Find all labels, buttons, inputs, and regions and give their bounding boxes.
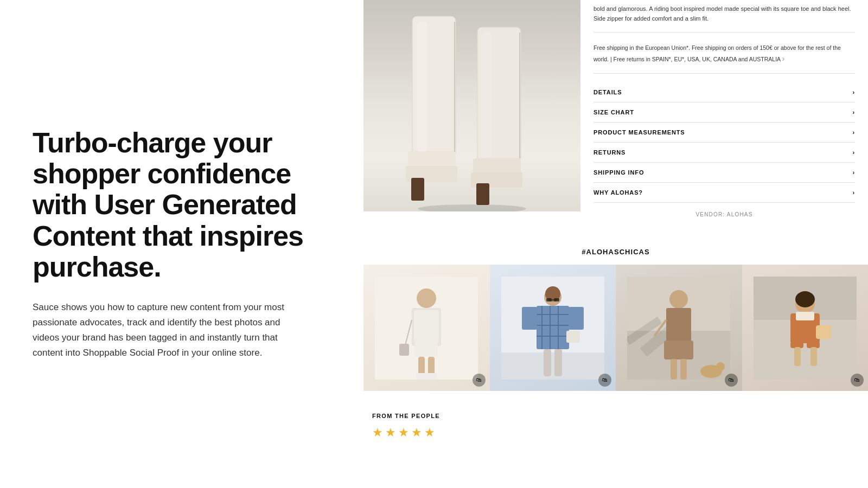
reviews-section: FROM THE PEOPLE ★★★★★	[363, 391, 868, 440]
stars-row: ★★★★★	[372, 426, 868, 440]
star-1: ★	[372, 426, 383, 440]
svg-rect-24	[399, 344, 409, 356]
from-the-people-label: FROM THE PEOPLE	[372, 413, 868, 419]
svg-point-69	[795, 291, 815, 307]
headline: Turbo-charge your shopper confidence wit…	[33, 127, 331, 282]
product-section: bold and glamorous. A riding boot inspir…	[363, 0, 868, 239]
accordion-arrow-3: ›	[852, 149, 855, 156]
svg-rect-38	[569, 307, 584, 330]
ugc-photo-4[interactable]	[742, 265, 869, 391]
accordion-arrow-5: ›	[852, 189, 855, 196]
ugc-shop-icon-3[interactable]	[725, 374, 738, 387]
accordion-item-1[interactable]: SIZE CHART ›	[593, 102, 855, 123]
shipping-info: Free shipping in the European Union*. Fr…	[593, 43, 855, 74]
ugc-grid	[363, 265, 868, 391]
accordion-item-5[interactable]: WHY ALOHAS? ›	[593, 183, 855, 203]
svg-rect-9	[476, 183, 489, 205]
product-details-col: bold and glamorous. A riding boot inspir…	[580, 0, 868, 239]
accordion-label-4: SHIPPING INFO	[593, 169, 644, 176]
svg-point-12	[418, 204, 526, 211]
ugc-photo-2[interactable]	[490, 265, 616, 391]
ugc-shop-icon-4[interactable]	[851, 374, 864, 387]
ugc-photo-1[interactable]	[363, 265, 490, 391]
accordion-label-1: SIZE CHART	[593, 109, 634, 115]
product-image	[363, 0, 580, 211]
body-text: Sauce shows you how to capture new conte…	[33, 300, 304, 361]
ugc-section: #ALOHASCHICAS	[363, 239, 868, 391]
svg-rect-65	[794, 347, 801, 366]
accordion-arrow-2: ›	[852, 129, 855, 136]
svg-rect-54	[680, 359, 687, 380]
star-3: ★	[398, 426, 409, 440]
accordion-item-4[interactable]: SHIPPING INFO ›	[593, 163, 855, 183]
svg-point-56	[716, 362, 725, 371]
star-2: ★	[385, 426, 396, 440]
accordion-item-2[interactable]: PRODUCT MEASUREMENTS ›	[593, 123, 855, 143]
svg-point-50	[669, 290, 688, 309]
svg-rect-37	[522, 307, 537, 330]
accordion-arrow-0: ›	[852, 89, 855, 95]
shipping-arrow: ›	[782, 54, 784, 63]
accordion-arrow-1: ›	[852, 109, 855, 115]
svg-rect-41	[546, 298, 552, 301]
svg-rect-70	[796, 312, 814, 320]
ugc-hashtag: #ALOHASCHICAS	[363, 248, 868, 256]
accordion-label-0: DETAILS	[593, 89, 622, 95]
accordion-arrow-4: ›	[852, 169, 855, 176]
ugc-shop-icon-1[interactable]	[473, 374, 486, 387]
svg-rect-52	[664, 341, 693, 359]
svg-rect-22	[426, 373, 437, 380]
svg-rect-39	[544, 349, 551, 376]
product-image-col	[363, 0, 580, 239]
svg-rect-5	[417, 22, 427, 152]
svg-rect-67	[810, 347, 817, 366]
svg-rect-42	[554, 298, 559, 301]
svg-rect-51	[666, 308, 691, 343]
accordion-container: DETAILS › SIZE CHART › PRODUCT MEASUREME…	[593, 82, 855, 203]
vendor-line: VENDOR: ALOHAS	[593, 203, 855, 226]
ugc-photo-3[interactable]	[616, 265, 742, 391]
svg-rect-44	[566, 331, 580, 343]
svg-rect-21	[416, 373, 427, 380]
svg-rect-3	[411, 178, 424, 201]
svg-rect-68	[816, 325, 831, 339]
star-5: ★	[424, 426, 435, 440]
product-description: bold and glamorous. A riding boot inspir…	[593, 4, 855, 33]
star-4: ★	[411, 426, 422, 440]
svg-rect-40	[554, 349, 562, 376]
svg-rect-17	[414, 310, 439, 343]
accordion-item-0[interactable]: DETAILS ›	[593, 82, 855, 102]
left-panel: Turbo-charge your shopper confidence wit…	[0, 0, 363, 488]
accordion-label-3: RETURNS	[593, 149, 626, 156]
svg-point-15	[417, 288, 436, 308]
accordion-label-5: WHY ALOHAS?	[593, 189, 643, 196]
svg-rect-11	[482, 33, 492, 157]
accordion-label-2: PRODUCT MEASUREMENTS	[593, 129, 685, 136]
accordion-item-3[interactable]: RETURNS ›	[593, 143, 855, 163]
ugc-shop-icon-2[interactable]	[598, 374, 611, 387]
svg-rect-27	[501, 352, 604, 380]
svg-rect-18	[415, 341, 438, 357]
right-panel[interactable]: bold and glamorous. A riding boot inspir…	[363, 0, 868, 488]
svg-rect-53	[671, 359, 677, 380]
